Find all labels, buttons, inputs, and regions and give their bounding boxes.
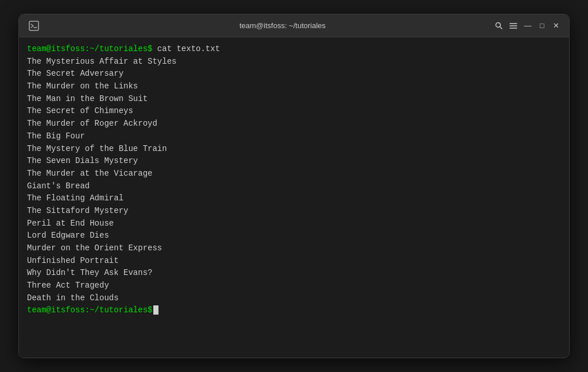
list-item: Why Didn't They Ask Evans? [27,267,561,280]
terminal-icon [26,18,42,34]
list-item: The Murder at the Vicarage [27,168,561,180]
list-item: The Man in the Brown Suit [27,93,561,106]
list-item: Peril at End House [27,218,561,230]
list-item: The Big Four [27,130,561,143]
list-item: The Mysterious Affair at Styles [27,56,561,68]
terminal-window: team@itsfoss: ~/tutoriales — □ ✕ te [18,14,570,358]
titlebar-controls: — □ ✕ [493,18,562,34]
minimize-button[interactable]: — [522,18,534,34]
prompt-text-2: team@itsfoss:~/tutoriales$ [27,305,152,315]
titlebar-left [26,18,72,34]
list-item: The Secret Adversary [27,68,561,80]
search-button[interactable] [493,18,505,34]
terminal-output[interactable]: team@itsfoss:~/tutoriales$ cat texto.txt… [19,37,569,358]
prompt-line-2: team@itsfoss:~/tutoriales$ [27,304,561,317]
output-lines: The Mysterious Affair at StylesThe Secre… [27,56,561,305]
command-line: team@itsfoss:~/tutoriales$ cat texto.txt [27,43,561,56]
list-item: Giant's Bread [27,180,561,193]
svg-line-3 [500,26,502,29]
window-title: team@itsfoss: ~/tutoriales [72,21,493,30]
maximize-button[interactable]: □ [536,18,548,34]
prompt-text: team@itsfoss:~/tutoriales$ [27,44,152,53]
list-item: The Murder of Roger Ackroyd [27,118,561,130]
list-item: The Mystery of the Blue Train [27,143,561,156]
list-item: Unfinished Portrait [27,255,561,268]
list-item: The Floating Admiral [27,192,561,205]
menu-button[interactable] [508,18,520,34]
list-item: The Seven Dials Mystery [27,155,561,168]
list-item: The Murder on the Links [27,80,561,93]
list-item: Murder on the Orient Express [27,242,561,255]
list-item: The Sittaford Mystery [27,205,561,218]
list-item: Three Act Tragedy [27,280,561,292]
cursor [153,305,158,315]
list-item: Death in the Clouds [27,292,561,305]
titlebar: team@itsfoss: ~/tutoriales — □ ✕ [19,14,569,37]
svg-rect-0 [29,21,38,30]
list-item: The Secret of Chimneys [27,105,561,118]
close-button[interactable]: ✕ [550,18,562,34]
list-item: Lord Edgware Dies [27,230,561,242]
command-text: cat texto.txt [152,44,220,53]
